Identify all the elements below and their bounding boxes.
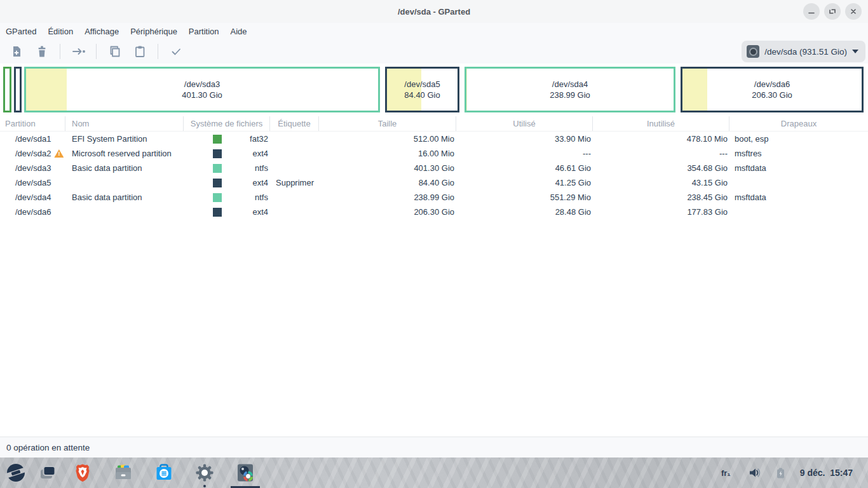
cell-partition: /dev/sda1 [0, 134, 65, 144]
workspaces-button[interactable] [35, 458, 60, 488]
cell-filesystem: ntfs [184, 193, 270, 202]
new-partition-button[interactable] [4, 42, 29, 61]
partition-device: /dev/sda4 [15, 193, 51, 202]
filesystem-type: ext4 [252, 178, 268, 187]
disk-partition-sda3[interactable]: /dev/sda3401.30 Gio [24, 67, 380, 112]
menu-peripherique[interactable]: Périphérique [125, 27, 183, 36]
keyboard-layout-indicator[interactable]: fr₁ [721, 468, 731, 478]
paste-icon [132, 44, 147, 59]
table-row-sda2[interactable]: /dev/sda2!Microsoft reserved partitionex… [0, 146, 868, 161]
menu-affichage[interactable]: Affichage [79, 27, 125, 36]
toolbar: /dev/sda (931.51 Gio) [0, 39, 868, 64]
disk-partition-sda5[interactable]: /dev/sda584.40 Gio [385, 67, 459, 112]
cell-used: 28.48 Gio [456, 207, 593, 217]
hard-drive-icon [747, 45, 759, 58]
cell-size: 238.99 Gio [319, 193, 456, 202]
taskbar: fr₁ 9 déc. 15:47 [0, 458, 868, 488]
table-row-sda6[interactable]: /dev/sda6ext4206.30 Gio28.48 Gio177.83 G… [0, 205, 868, 219]
menu-aide[interactable]: Aide [225, 27, 253, 36]
cell-used: 46.61 Gio [456, 163, 593, 173]
settings-button[interactable] [192, 458, 217, 488]
apply-operations-button[interactable] [163, 42, 189, 61]
header-partition[interactable]: Partition [0, 116, 65, 131]
partition-table-header: Partition Nom Système de fichiers Étique… [0, 116, 868, 132]
file-manager-button[interactable] [111, 458, 136, 488]
cell-unused: 478.10 Mio [593, 134, 729, 144]
close-icon [850, 8, 857, 15]
software-store-button[interactable] [151, 458, 177, 488]
copy-partition-button[interactable] [102, 42, 127, 61]
zorin-logo-icon [5, 462, 27, 484]
table-empty-area [0, 219, 868, 437]
toolbar-separator [158, 44, 158, 59]
partition-table-body: /dev/sda1EFI System Partitionfat32512.00… [0, 132, 868, 219]
apply-checkmark-icon [168, 44, 184, 59]
header-taille[interactable]: Taille [319, 116, 456, 131]
toolbar-separator [96, 44, 97, 59]
battery-charging-icon[interactable] [776, 468, 785, 478]
partition-device: /dev/sda5 [15, 178, 51, 187]
filesystem-type: ext4 [252, 207, 268, 217]
cell-used: 33.90 Mio [456, 134, 593, 144]
cell-filesystem: ext4 [184, 178, 270, 187]
minimize-icon [808, 8, 815, 15]
window-title: /dev/sda - GParted [398, 7, 470, 17]
header-drapeaux[interactable]: Drapeaux [729, 116, 868, 131]
disk-partition-sda4[interactable]: /dev/sda4238.99 Gio [465, 67, 675, 112]
gparted-taskbar-button[interactable] [233, 458, 258, 488]
resize-move-icon [70, 44, 86, 59]
cell-flags: msftres [729, 149, 868, 158]
table-row-sda4[interactable]: /dev/sda4Basic data partitionntfs238.99 … [0, 190, 868, 205]
menubar: GParted Édition Affichage Périphérique P… [0, 23, 868, 39]
menu-gparted[interactable]: GParted [0, 27, 42, 36]
menu-edition[interactable]: Édition [42, 27, 79, 36]
cell-name: Microsoft reserved partition [65, 149, 184, 158]
gparted-window: /dev/sda - GParted GParted Édition Affic… [0, 0, 868, 458]
cell-partition: /dev/sda3 [0, 163, 65, 173]
filesystem-color-swatch [213, 164, 222, 173]
restore-button[interactable] [824, 3, 841, 20]
partition-bar-label: /dev/sda4238.99 Gio [466, 69, 674, 111]
cell-used: 41.25 Gio [456, 178, 593, 187]
table-row-sda3[interactable]: /dev/sda3Basic data partitionntfs401.30 … [0, 161, 868, 175]
minimize-button[interactable] [803, 3, 820, 20]
cell-size: 206.30 Gio [319, 207, 456, 217]
paste-partition-button[interactable] [127, 42, 153, 61]
device-selector[interactable]: /dev/sda (931.51 Gio) [742, 41, 865, 62]
cell-partition: /dev/sda4 [0, 193, 65, 202]
brave-browser-button[interactable] [70, 458, 95, 488]
cell-partition: /dev/sda2! [0, 149, 65, 158]
cell-used: --- [456, 149, 593, 158]
resize-move-button[interactable] [65, 42, 91, 61]
header-etiquette[interactable]: Étiquette [270, 116, 319, 131]
partition-bar-label: /dev/sda584.40 Gio [387, 69, 458, 111]
delete-partition-button[interactable] [29, 42, 55, 61]
disk-partition-sda1[interactable] [3, 67, 11, 112]
disk-partition-sda6[interactable]: /dev/sda6206.30 Gio [681, 67, 864, 112]
volume-icon[interactable] [749, 467, 761, 478]
cell-partition: /dev/sda6 [0, 207, 65, 217]
header-inutilise[interactable]: Inutilisé [593, 116, 729, 131]
taskbar-tray: fr₁ 9 déc. 15:47 [721, 458, 868, 488]
copy-icon [107, 44, 122, 59]
zorin-menu-button[interactable] [3, 458, 29, 488]
filesystem-color-swatch [213, 179, 222, 187]
device-selector-label: /dev/sda (931.51 Gio) [764, 47, 847, 57]
cell-filesystem: ext4 [184, 149, 270, 158]
cell-unused: 177.83 Gio [593, 207, 729, 217]
header-nom[interactable]: Nom [65, 116, 184, 131]
table-row-sda1[interactable]: /dev/sda1EFI System Partitionfat32512.00… [0, 132, 868, 146]
header-utilise[interactable]: Utilisé [456, 116, 593, 131]
disk-partition-sda2[interactable] [14, 67, 22, 112]
brave-browser-icon [72, 462, 93, 484]
menu-partition[interactable]: Partition [183, 27, 225, 36]
taskbar-clock[interactable]: 9 déc. 15:47 [800, 468, 853, 478]
header-systeme[interactable]: Système de fichiers [184, 116, 270, 131]
warning-icon: ! [54, 149, 64, 158]
toolbar-separator [60, 44, 60, 59]
statusbar: 0 opération en attente [0, 437, 868, 458]
close-button[interactable] [845, 3, 862, 20]
table-row-sda5[interactable]: /dev/sda5ext4Supprimer84.40 Gio41.25 Gio… [0, 175, 868, 190]
gparted-app-icon [234, 462, 256, 484]
disk-visual-bar: /dev/sda3401.30 Gio/dev/sda584.40 Gio/de… [0, 64, 868, 116]
